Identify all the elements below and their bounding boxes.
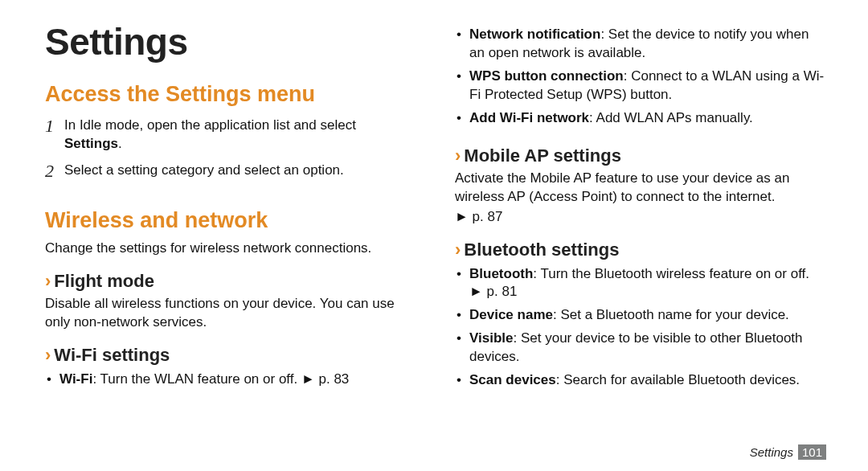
right-column: Network notification: Set the device to … [455,23,826,455]
item-rest: : Turn the WLAN feature on or off. ► p. … [92,371,349,387]
item-term: Add Wi-Fi network [469,110,589,125]
item-term: Bluetooth [469,266,533,281]
chevron-right-icon: › [455,145,461,166]
list-item: Wi-Fi: Turn the WLAN feature on or off. … [45,371,416,389]
section-heading-access: Access the Settings menu [45,82,416,107]
list-item: Add Wi-Fi network: Add WLAN APs manually… [455,109,826,128]
chevron-right-icon: › [455,240,461,260]
step-body: In Idle mode, open the application list … [64,117,416,154]
item-term: Network notification [469,27,600,42]
item-ref: ► p. 81 [469,284,517,299]
item-rest: : Search for available Bluetooth devices… [556,372,800,387]
step-1: 1 In Idle mode, open the application lis… [45,117,416,154]
step-text-bold: Settings [64,136,118,151]
item-rest: : Add WLAN APs manually. [589,110,753,125]
bluetooth-settings-list: Bluetooth: Turn the Bluetooth wireless f… [455,265,826,395]
item-rest: : Set a Bluetooth name for your device. [553,307,789,322]
item-term: Wi-Fi [59,371,92,387]
step-body: Select a setting category and select an … [64,162,416,181]
page-footer: Settings 101 [750,444,826,460]
step-text-pre: In Idle mode, open the application list … [64,117,356,133]
mobile-ap-body: Activate the Mobile AP feature to use yo… [455,170,826,207]
item-term: Device name [469,307,553,322]
wifi-settings-list: Wi-Fi: Turn the WLAN feature on or off. … [45,371,416,394]
two-column-layout: Settings Access the Settings menu 1 In I… [45,23,826,455]
footer-label: Settings [750,445,793,459]
list-item: WPS button connection: Connect to a WLAN… [455,68,826,104]
wifi-settings-list-continued: Network notification: Set the device to … [455,26,826,133]
item-term: Visible [469,330,514,346]
step-number: 1 [45,117,64,154]
left-column: Settings Access the Settings menu 1 In I… [45,23,416,455]
subheading-flight-mode: ›Flight mode [45,271,416,292]
list-item: Bluetooth: Turn the Bluetooth wireless f… [455,265,826,302]
chevron-right-icon: › [45,345,51,365]
subheading-text: Flight mode [54,271,154,291]
page: Settings Access the Settings menu 1 In I… [0,0,868,471]
section-heading-wireless: Wireless and network [45,208,416,233]
subheading-text: Bluetooth settings [464,240,619,260]
flight-mode-body: Disable all wireless functions on your d… [45,295,416,332]
list-item: Visible: Set your device to be visible t… [455,330,826,367]
subheading-wifi-settings: ›Wi-Fi settings [45,345,416,366]
subheading-mobile-ap: ›Mobile AP settings [455,145,826,166]
section-intro: Change the settings for wireless network… [45,240,416,258]
list-item: Device name: Set a Bluetooth name for yo… [455,306,826,325]
page-title: Settings [45,23,416,61]
item-term: Scan devices [469,372,556,387]
step-number: 2 [45,162,64,181]
item-term: WPS button connection [469,68,624,84]
page-number: 101 [798,444,826,460]
item-rest: : Set your device to be visible to other… [469,330,803,364]
step-2: 2 Select a setting category and select a… [45,162,416,181]
step-text-post: . [118,136,122,151]
list-item: Scan devices: Search for available Bluet… [455,371,826,390]
chevron-right-icon: › [45,271,51,291]
subheading-text: Wi-Fi settings [54,345,170,365]
subheading-bluetooth: ›Bluetooth settings [455,240,826,260]
list-item: Network notification: Set the device to … [455,26,826,63]
mobile-ap-ref: ► p. 87 [455,208,826,227]
item-rest: : Turn the Bluetooth wireless feature on… [533,266,809,281]
subheading-text: Mobile AP settings [464,145,621,166]
